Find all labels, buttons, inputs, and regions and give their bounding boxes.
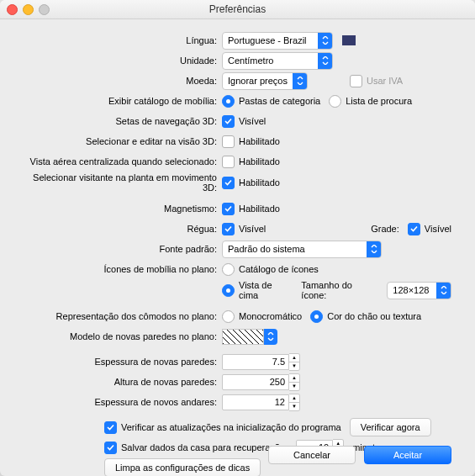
label-wall-thickness: Espessura de novas paredes: (24, 357, 222, 367)
autosave-option[interactable]: Salvar dados da casa para recuperação: (104, 442, 288, 454)
monochrome-option[interactable]: Monocromático (222, 310, 302, 323)
select-visitor-checkbox[interactable] (222, 177, 235, 189)
chevron-updown-icon (318, 53, 332, 69)
preferences-window: Preferências Língua: Portuguese - Brazil… (0, 0, 475, 476)
cancel-button-label: Cancelar (293, 450, 330, 460)
currency-select-value: Ignorar preços (223, 76, 293, 86)
wall-thickness-stepper[interactable]: ▲▼ (289, 353, 300, 371)
wall-thickness-input[interactable]: 7.5 (222, 354, 289, 370)
radio-search-list[interactable] (329, 95, 341, 108)
catalog-search-list-option[interactable]: Lista de procura (329, 95, 412, 108)
unit-select-value: Centímetro (223, 56, 318, 66)
use-vat-label: Usar IVA (367, 76, 403, 86)
language-select-value: Portuguese - Brazil (223, 35, 318, 45)
label-language: Língua: (24, 35, 222, 45)
label-furniture-icons: Ícones de mobília no plano: (24, 264, 222, 274)
label-icon-size: Tamanho do ícone: (301, 280, 378, 300)
label-aerial-center: Vista aérea centralizada quando selecion… (24, 156, 222, 167)
nav-arrows-checkbox[interactable] (222, 115, 235, 128)
hatch-pattern-icon (222, 329, 264, 345)
top-view-label: Vista de cima (239, 280, 293, 300)
select-edit-3d-option[interactable]: Habilitado (222, 135, 280, 148)
chevron-updown-icon (367, 241, 381, 257)
top-view-option[interactable]: Vista de cima (222, 280, 293, 300)
catalog-category-folders-option[interactable]: Pastas de categoria (222, 95, 320, 108)
reset-tips-button-label: Limpa as configurações de dicas (115, 463, 250, 473)
select-edit-3d-checkbox[interactable] (222, 135, 235, 148)
ruler-label: Visível (239, 224, 266, 234)
wall-height-input[interactable]: 250 (222, 374, 289, 390)
radio-top-view[interactable] (222, 284, 235, 297)
label-catalog-view: Exibir catálogo de mobília: (24, 96, 222, 106)
label-wall-height: Altura de novas paredes: (24, 377, 222, 387)
radio-floor-color[interactable] (310, 310, 323, 323)
check-updates-checkbox[interactable] (104, 421, 117, 434)
close-window-button[interactable] (7, 4, 18, 15)
icon-size-value: 128×128 (388, 285, 436, 295)
use-vat-checkbox (350, 75, 362, 87)
floor-color-option[interactable]: Cor do chão ou textura (310, 310, 421, 323)
chevron-updown-icon (318, 33, 332, 49)
cancel-button[interactable]: Cancelar (268, 446, 356, 464)
label-nav-arrows: Setas de navegação 3D: (24, 116, 222, 126)
check-now-button-label: Verificar agora (361, 422, 420, 432)
label-ruler: Régua: (24, 224, 222, 234)
zoom-window-button[interactable] (39, 4, 50, 15)
catalog-search-list-label: Lista de procura (346, 96, 412, 106)
label-select-visitor: Selecionar visitante na planta em movime… (24, 172, 222, 193)
autosave-label: Salvar dados da casa para recuperação: (121, 442, 288, 452)
check-updates-option[interactable]: Verificar as atualizações na inicializaç… (104, 421, 341, 434)
wall-height-stepper[interactable]: ▲▼ (289, 373, 300, 391)
floor-thickness-input-wrap: 12 ▲▼ (222, 394, 300, 411)
flag-icon[interactable] (341, 33, 356, 48)
monochrome-label: Monocromático (239, 311, 302, 321)
grid-option[interactable]: Visível (408, 223, 451, 235)
label-floor-thickness: Espessura de novos andares: (24, 397, 222, 407)
nav-arrows-option[interactable]: Visível (222, 115, 266, 128)
wall-pattern-select[interactable] (222, 329, 277, 345)
ruler-checkbox[interactable] (222, 223, 235, 235)
grid-checkbox[interactable] (408, 223, 420, 235)
titlebar: Preferências (0, 0, 475, 19)
aerial-center-option[interactable]: Habilitado (222, 156, 280, 168)
label-select-edit-3d: Selecionar e editar na visão 3D: (24, 136, 222, 146)
chevron-updown-icon (293, 73, 307, 89)
magnetism-checkbox[interactable] (222, 203, 235, 215)
floor-thickness-stepper[interactable]: ▲▼ (289, 394, 300, 411)
language-select[interactable]: Portuguese - Brazil (222, 32, 333, 50)
radio-icon-catalog[interactable] (222, 263, 235, 276)
check-updates-label: Verificar as atualizações na inicializaç… (121, 422, 341, 432)
label-room-rendering: Representação dos cômodos no plano: (24, 311, 222, 321)
floor-thickness-input[interactable]: 12 (222, 394, 289, 410)
magnetism-option[interactable]: Habilitado (222, 203, 280, 215)
icon-catalog-option[interactable]: Catálogo de ícones (222, 263, 319, 276)
icon-catalog-label: Catálogo de ícones (239, 264, 319, 274)
wall-height-input-wrap: 250 ▲▼ (222, 373, 300, 391)
floor-color-label: Cor do chão ou textura (327, 311, 421, 321)
icon-size-select[interactable]: 128×128 (387, 282, 451, 299)
font-select[interactable]: Padrão do sistema (222, 241, 382, 258)
select-visitor-option[interactable]: Habilitado (222, 177, 280, 189)
window-title: Preferências (209, 3, 266, 15)
radio-category-folders[interactable] (222, 95, 235, 108)
magnetism-label: Habilitado (239, 204, 280, 214)
radio-monochrome[interactable] (222, 310, 235, 323)
aerial-center-checkbox[interactable] (222, 156, 235, 168)
accept-button[interactable]: Aceitar (364, 446, 451, 464)
unit-select[interactable]: Centímetro (222, 52, 333, 70)
window-controls (7, 4, 50, 15)
ruler-option[interactable]: Visível (222, 223, 266, 235)
nav-arrows-label: Visível (239, 116, 266, 126)
catalog-category-folders-label: Pastas de categoria (239, 96, 320, 106)
currency-select[interactable]: Ignorar preços (222, 72, 308, 90)
reset-tips-button[interactable]: Limpa as configurações de dicas (104, 458, 261, 476)
aerial-center-label: Habilitado (239, 156, 280, 167)
content-area: Língua: Portuguese - Brazil Unidade: Cen… (0, 19, 475, 476)
select-visitor-label: Habilitado (239, 177, 280, 188)
grid-label: Visível (425, 224, 451, 234)
check-now-button[interactable]: Verificar agora (350, 418, 431, 436)
label-default-font: Fonte padrão: (24, 244, 222, 254)
select-edit-3d-label: Habilitado (239, 136, 280, 146)
minimize-window-button[interactable] (23, 4, 34, 15)
autosave-checkbox[interactable] (104, 442, 117, 454)
